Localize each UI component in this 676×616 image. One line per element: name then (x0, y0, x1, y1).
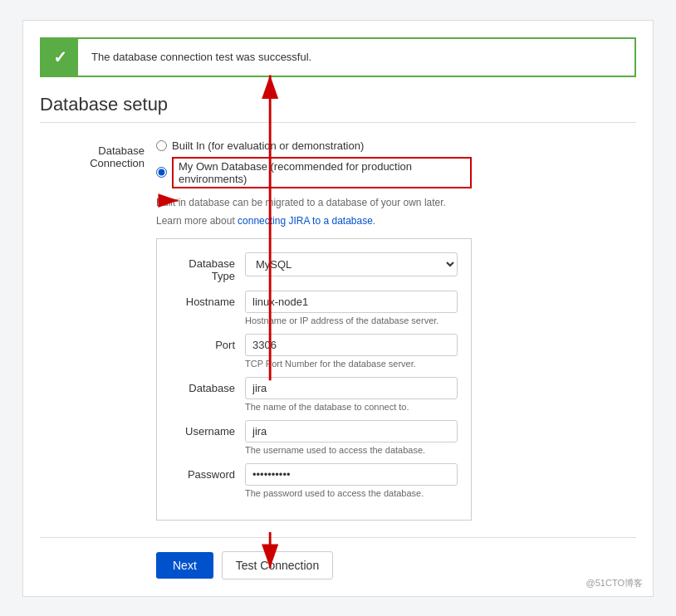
connection-help2: Learn more about connecting JIRA to a da… (156, 213, 472, 228)
page-title: Database setup (40, 94, 636, 115)
db-config-section: Database Type MySQL PostgreSQL Oracle SQ… (156, 238, 472, 521)
connection-help1: Built in database can be migrated to a d… (156, 195, 472, 210)
username-label: Username (170, 420, 245, 438)
radio-builtin[interactable]: Built In (for evaluation or demonstratio… (156, 139, 472, 152)
database-help: The name of the database to connect to. (245, 402, 458, 412)
db-type-label: Database Type (170, 252, 245, 282)
username-help: The username used to access the database… (245, 445, 458, 455)
connection-options: Built In (for evaluation or demonstratio… (156, 139, 472, 228)
db-type-select[interactable]: MySQL PostgreSQL Oracle SQL Server (245, 252, 458, 276)
action-bar: Next Test Connection (40, 537, 636, 579)
success-icon-box: ✓ (42, 39, 78, 76)
title-divider (40, 122, 636, 123)
success-message: The database connection test was success… (78, 42, 325, 71)
password-field: The password used to access the database… (245, 463, 458, 498)
database-field: The name of the database to connect to. (245, 377, 458, 412)
port-help: TCP Port Number for the database server. (245, 359, 458, 369)
db-type-field: MySQL PostgreSQL Oracle SQL Server (245, 252, 458, 276)
radio-group: Built In (for evaluation or demonstratio… (156, 139, 472, 188)
watermark: @51CTO博客 (586, 577, 643, 589)
radio-myown[interactable]: My Own Database (recommended for product… (156, 157, 472, 188)
database-label: Database (170, 377, 245, 394)
username-input[interactable] (245, 420, 458, 442)
port-label: Port (170, 334, 245, 351)
port-row: Port TCP Port Number for the database se… (170, 334, 458, 369)
jira-db-link[interactable]: connecting JIRA to a database (238, 215, 373, 227)
database-row: Database The name of the database to con… (170, 377, 458, 412)
form-section: DatabaseConnection Built In (for evaluat… (40, 139, 636, 521)
success-banner: ✓ The database connection test was succe… (40, 37, 636, 77)
radio-builtin-label: Built In (for evaluation or demonstratio… (172, 139, 364, 152)
hostname-help: Hostname or IP address of the database s… (245, 315, 458, 325)
hostname-input[interactable] (245, 291, 458, 313)
port-field: TCP Port Number for the database server. (245, 334, 458, 369)
next-button[interactable]: Next (156, 552, 213, 579)
hostname-label: Hostname (170, 291, 245, 308)
radio-builtin-input[interactable] (156, 140, 167, 151)
hostname-field: Hostname or IP address of the database s… (245, 291, 458, 325)
radio-myown-label: My Own Database (recommended for product… (172, 157, 472, 188)
test-connection-button[interactable]: Test Connection (222, 551, 333, 579)
connection-row: DatabaseConnection Built In (for evaluat… (48, 139, 628, 228)
radio-myown-input[interactable] (156, 167, 167, 178)
username-field: The username used to access the database… (245, 420, 458, 455)
connection-label: DatabaseConnection (48, 139, 156, 169)
username-row: Username The username used to access the… (170, 420, 458, 455)
port-input[interactable] (245, 334, 458, 356)
password-input[interactable] (245, 463, 458, 486)
database-input[interactable] (245, 377, 458, 399)
checkmark-icon: ✓ (53, 47, 67, 67)
db-type-row: Database Type MySQL PostgreSQL Oracle SQ… (170, 252, 458, 282)
password-help: The password used to access the database… (245, 488, 458, 498)
hostname-row: Hostname Hostname or IP address of the d… (170, 291, 458, 325)
password-label: Password (170, 463, 245, 481)
password-row: Password The password used to access the… (170, 463, 458, 498)
